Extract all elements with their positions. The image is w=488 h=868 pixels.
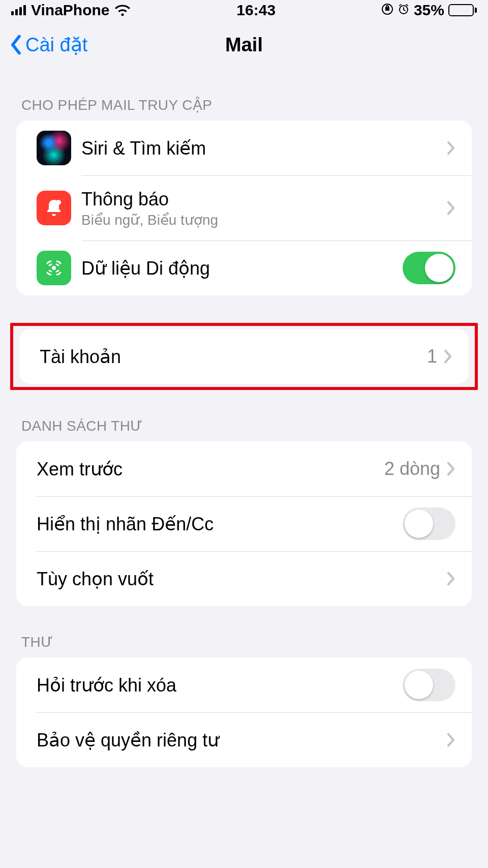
svg-point-2 [56,200,61,205]
row-ask-before-delete: Hỏi trước khi xóa [16,657,472,712]
alarm-icon [398,2,410,19]
cellular-signal-icon [11,5,26,15]
highlight-annotation: Tài khoản 1 [10,323,478,390]
wifi-icon [114,4,131,16]
row-siri-search[interactable]: Siri & Tìm kiếm [16,121,472,175]
row-label: Bảo vệ quyền riêng tư [37,729,446,752]
section-header-mail-list: DANH SÁCH THƯ [0,417,488,441]
chevron-right-icon [446,140,455,156]
row-show-tocc: Hiển thị nhãn Đến/Cc [16,496,472,551]
row-privacy[interactable]: Bảo vệ quyền riêng tư [16,712,472,767]
chevron-right-icon [443,349,452,364]
chevron-right-icon [446,571,455,586]
page-title: Mail [225,34,263,56]
status-time: 16:43 [236,2,276,19]
ask-delete-toggle[interactable] [403,669,455,701]
row-swipe-options[interactable]: Tùy chọn vuốt [16,551,472,606]
chevron-right-icon [446,461,455,476]
section-accounts: Tài khoản 1 [0,323,488,390]
back-label: Cài đặt [25,34,87,56]
row-label: Hỏi trước khi xóa [37,674,403,697]
back-button[interactable]: Cài đặt [9,34,87,56]
siri-icon [37,131,71,165]
section-header-access: CHO PHÉP MAIL TRUY CẬP [0,97,488,121]
chevron-right-icon [446,732,455,747]
row-preview[interactable]: Xem trước 2 dòng [16,441,472,496]
battery-icon [448,4,477,16]
notifications-icon [37,191,71,225]
row-label: Hiển thị nhãn Đến/Cc [37,513,403,535]
orientation-lock-icon [381,2,393,19]
row-notifications[interactable]: Thông báo Biểu ngữ, Biểu tượng [16,175,472,241]
chevron-right-icon [446,200,455,216]
section-mail: THƯ Hỏi trước khi xóa Bảo vệ quyền riêng… [0,634,488,767]
carrier-label: VinaPhone [31,2,109,19]
row-label: Thông báo [81,188,446,211]
status-bar: VinaPhone 16:43 35% [0,0,488,20]
row-label: Dữ liệu Di động [81,257,403,280]
section-mail-list: DANH SÁCH THƯ Xem trước 2 dòng Hiển thị … [0,417,488,606]
tocc-toggle[interactable] [403,507,455,540]
preview-value: 2 dòng [384,458,440,480]
row-accounts[interactable]: Tài khoản 1 [19,329,469,384]
chevron-left-icon [9,35,23,55]
row-cellular-data: Dữ liệu Di động [16,241,472,295]
section-allow-access: CHO PHÉP MAIL TRUY CẬP Siri & Tìm kiếm T… [0,97,488,295]
accounts-count: 1 [427,346,437,367]
nav-bar: Cài đặt Mail [0,20,488,69]
row-label: Siri & Tìm kiếm [81,137,446,160]
cellular-data-icon [37,251,71,285]
row-sublabel: Biểu ngữ, Biểu tượng [81,212,446,228]
svg-point-3 [52,266,56,270]
status-right: 35% [381,2,477,19]
row-label: Xem trước [37,458,384,481]
section-header-mail: THƯ [0,634,488,657]
status-left: VinaPhone [11,2,131,19]
row-label: Tài khoản [40,345,427,368]
cellular-toggle[interactable] [403,252,455,284]
row-label: Tùy chọn vuốt [37,567,446,590]
battery-percent: 35% [414,2,444,19]
